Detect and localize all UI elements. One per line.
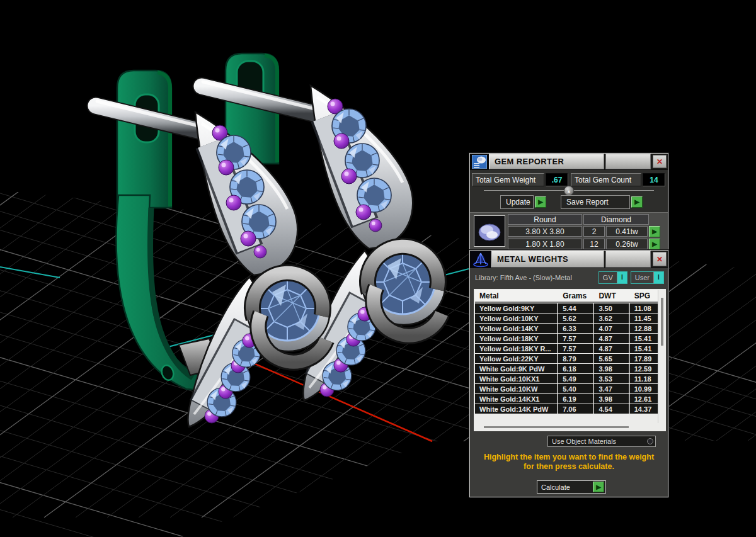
metal-weights-titlebar[interactable]: METAL WEIGHTS ✕ — [470, 251, 668, 268]
gem-shape-header: Round — [508, 214, 582, 225]
metal-table-row[interactable]: Yellow Gold:9KY5.443.5011.08 — [475, 303, 665, 313]
rollout-knob-icon[interactable]: ▲ — [564, 186, 574, 196]
library-row: Library: Fifth Ave - (Slow)-Metal GV I U… — [475, 271, 664, 284]
metal-col-header[interactable]: Metal — [475, 290, 558, 302]
metal-table-cell: 4.87 — [594, 344, 629, 353]
total-gem-count-value: 14 — [643, 173, 665, 186]
gem-count-cell: 2 — [583, 226, 605, 237]
metal-table-cell: Yellow Gold:18KY R... — [475, 344, 558, 353]
metal-table-cell: 4.87 — [594, 334, 629, 343]
gv-toggle-label: GV — [599, 274, 617, 281]
metal-table-cell: Yellow Gold:10KY — [475, 314, 558, 323]
gem-reporter-close-icon[interactable]: ✕ — [653, 155, 667, 168]
metal-table-cell: White Gold:9K PdW — [475, 364, 558, 373]
metal-table-cell: Yellow Gold:14KY — [475, 324, 558, 333]
metal-table-cell: White Gold:10KW — [475, 384, 558, 393]
vertical-scrollbar[interactable] — [658, 290, 666, 423]
use-object-materials-label: Use Object Materials — [552, 438, 616, 445]
save-report-button[interactable]: Save Report — [561, 195, 630, 209]
gem-buttons-row: Update ▶ Save Report ▶ — [470, 195, 668, 209]
update-go-icon[interactable]: ▶ — [535, 196, 546, 208]
metal-table-row[interactable]: White Gold:10KX15.493.5311.18 — [475, 374, 665, 383]
gem-reporter-title: GEM REPORTER — [495, 157, 564, 166]
grams-col-header[interactable]: Grams — [558, 290, 594, 302]
calculate-go-icon[interactable]: ▶ — [593, 482, 604, 492]
metal-table-cell: 8.79 — [558, 354, 594, 363]
metal-table-cell: 3.50 — [594, 303, 629, 313]
calculate-button[interactable]: Calculate ▶ — [537, 480, 606, 494]
metal-table-cell: White Gold:10KX1 — [475, 374, 558, 383]
gem-size-cell: 3.80 X 3.80 — [508, 226, 582, 237]
metal-table-cell: 7.57 — [558, 344, 594, 353]
metal-table-cell: 7.57 — [558, 334, 594, 343]
save-report-go-icon[interactable]: ▶ — [631, 196, 643, 208]
metal-table-cell: 3.62 — [594, 314, 629, 323]
titlebar-spacer — [605, 251, 651, 268]
metal-table-cell: 4.54 — [594, 404, 629, 414]
metal-table-cell: 3.98 — [594, 394, 629, 404]
v-scroll-thumb[interactable] — [661, 298, 663, 346]
dwt-col-header[interactable]: DWT — [594, 290, 629, 302]
total-gem-weight-label: Total Gem Weight — [472, 173, 544, 186]
metal-table-cell: White Gold:14KX1 — [475, 394, 558, 404]
metal-table-cell: 7.06 — [558, 404, 594, 414]
user-toggle-switch-icon[interactable]: I — [653, 272, 663, 283]
metal-weights-icon — [470, 251, 491, 268]
metal-table-cell: Yellow Gold:9KY — [475, 303, 558, 313]
gem-count-cell: 12 — [583, 239, 605, 249]
gem-thumbnail[interactable] — [474, 215, 505, 247]
gem-table-row[interactable]: 1.80 X 1.80120.26tw▶ — [508, 239, 660, 250]
horizontal-scrollbar[interactable] — [475, 424, 656, 430]
gem-weight-cell: 0.26tw — [606, 239, 648, 249]
titlebar-spacer — [605, 154, 651, 169]
gem-reporter-panel: GEM REPORTER ✕ Total Gem Weight .67 Tota… — [469, 153, 668, 250]
library-label: Library: Fifth Ave - (Slow)-Metal — [475, 274, 595, 281]
total-gem-count-label: Total Gem Count — [571, 173, 641, 186]
gem-table-row[interactable]: 3.80 X 3.8020.41tw▶ — [508, 226, 660, 237]
metal-table-row[interactable]: Yellow Gold:18KY R...7.574.8715.41 — [475, 344, 665, 353]
metal-table-cell: 5.65 — [594, 354, 629, 363]
gem-row-go-icon[interactable]: ▶ — [649, 239, 660, 250]
metal-table-row[interactable]: Yellow Gold:18KY7.574.8715.41 — [475, 334, 665, 343]
metal-table-cell: 6.18 — [558, 364, 594, 373]
user-toggle[interactable]: User I — [631, 271, 664, 284]
metal-table-cell: Yellow Gold:18KY — [475, 334, 558, 343]
gem-size-cell: 1.80 X 1.80 — [508, 239, 582, 249]
metal-table-row[interactable]: Yellow Gold:10KY5.623.6211.45 — [475, 314, 665, 323]
metal-weights-panel: METAL WEIGHTS ✕ Library: Fifth Ave - (Sl… — [469, 250, 668, 497]
use-object-materials-button[interactable]: Use Object Materials — [547, 436, 656, 447]
metal-table: Metal Grams DWT SPG Yellow Gold:9KY5.443… — [474, 289, 666, 431]
metal-table-row[interactable]: Yellow Gold:22KY8.795.6517.89 — [475, 354, 665, 363]
gem-weight-cell: 0.41tw — [606, 226, 648, 237]
gem-table: Round Diamond 3.80 X 3.8020.41tw▶1.80 X … — [508, 214, 660, 251]
metal-table-row[interactable]: White Gold:9K PdW6.183.9812.59 — [475, 364, 665, 373]
update-button[interactable]: Update — [500, 195, 534, 209]
gv-toggle[interactable]: GV I — [598, 271, 627, 284]
gv-toggle-switch-icon[interactable]: I — [617, 272, 627, 283]
metal-table-cell: 4.07 — [594, 324, 629, 333]
h-scroll-thumb[interactable] — [484, 426, 629, 428]
application-window: GEM REPORTER ✕ Total Gem Weight .67 Tota… — [0, 0, 756, 537]
metal-table-cell: White Gold:14K PdW — [475, 404, 558, 414]
metal-table-cell: 3.98 — [594, 364, 629, 373]
metal-table-cell: 6.33 — [558, 324, 594, 333]
materials-option-circle-icon — [647, 438, 653, 444]
metal-table-row[interactable]: White Gold:14K PdW7.064.5414.37 — [475, 404, 665, 414]
metal-table-cell: 5.62 — [558, 314, 594, 323]
calculate-label: Calculate — [541, 483, 570, 491]
metal-table-row[interactable]: White Gold:10KW5.403.4710.99 — [475, 384, 665, 393]
metal-table-header: Metal Grams DWT SPG — [475, 290, 665, 303]
metal-table-row[interactable]: Yellow Gold:14KY6.334.0712.88 — [475, 324, 665, 333]
metal-weights-close-icon[interactable]: ✕ — [653, 252, 667, 266]
total-gem-weight-value: .67 — [546, 173, 568, 186]
gem-reporter-titlebar[interactable]: GEM REPORTER ✕ — [470, 154, 668, 170]
gem-totals-row: Total Gem Weight .67 Total Gem Count 14 — [472, 173, 665, 186]
rollout-divider: ▲ — [484, 186, 654, 195]
metal-table-cell: 3.53 — [594, 374, 629, 383]
user-toggle-label: User — [631, 274, 653, 281]
gem-row-go-icon[interactable]: ▶ — [649, 226, 660, 237]
metal-table-cell: Yellow Gold:22KY — [475, 354, 558, 363]
calculate-hint: Highlight the item you want to find the … — [470, 453, 668, 472]
metal-table-cell: 5.44 — [558, 303, 594, 313]
metal-table-row[interactable]: White Gold:14KX16.193.9812.61 — [475, 394, 665, 404]
